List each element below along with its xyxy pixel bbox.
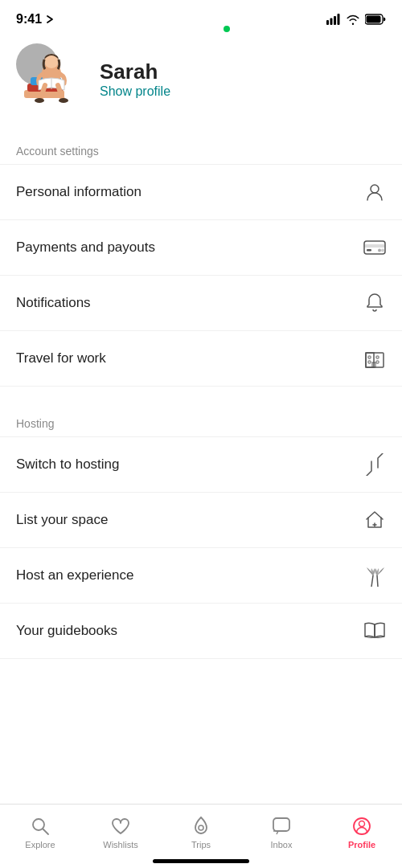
battery-icon	[365, 14, 386, 25]
person-icon	[363, 181, 386, 203]
explore-label: Explore	[25, 840, 55, 850]
house-add-icon	[363, 509, 386, 531]
svg-rect-17	[367, 249, 371, 252]
hosting-list: Switch to hosting List your space	[0, 436, 402, 659]
section-gap	[0, 387, 402, 403]
svg-point-34	[199, 825, 203, 830]
svg-point-18	[378, 249, 381, 252]
bell-icon	[363, 292, 386, 314]
payments-item[interactable]: Payments and payouts	[0, 220, 402, 276]
svg-rect-3	[338, 14, 340, 25]
notification-dot	[224, 26, 230, 32]
profile-header: Sarah Show profile	[0, 35, 402, 130]
home-indicator	[153, 859, 249, 863]
notifications-item[interactable]: Notifications	[0, 276, 402, 331]
list-your-space-item[interactable]: List your space	[0, 493, 402, 548]
account-settings-list: Personal information Payments and payout…	[0, 164, 402, 387]
palm-icon	[363, 564, 386, 587]
profile-illustration	[16, 43, 87, 114]
wifi-icon	[346, 14, 360, 25]
travel-for-work-label: Travel for work	[16, 350, 106, 366]
nav-wishlists[interactable]: Wishlists	[80, 816, 161, 850]
status-time: 9:41	[16, 12, 54, 27]
payments-icon	[363, 236, 386, 259]
svg-rect-0	[326, 20, 329, 25]
main-content: Sarah Show profile Account settings Pers…	[0, 35, 402, 731]
nav-inbox[interactable]: Inbox	[241, 816, 322, 850]
svg-point-13	[59, 98, 68, 103]
svg-rect-35	[273, 818, 289, 831]
account-settings-header: Account settings	[0, 138, 402, 164]
svg-rect-1	[330, 18, 333, 26]
svg-rect-5	[367, 16, 381, 23]
svg-line-30	[377, 575, 378, 587]
switch-icon	[363, 453, 386, 476]
show-profile-link[interactable]: Show profile	[100, 84, 170, 99]
svg-point-14	[371, 185, 379, 193]
svg-rect-23	[368, 361, 371, 363]
nav-profile[interactable]: Profile	[322, 816, 402, 850]
svg-rect-2	[334, 16, 336, 25]
book-icon	[363, 620, 386, 642]
heart-icon	[110, 816, 131, 837]
svg-rect-20	[366, 353, 384, 367]
svg-rect-24	[376, 356, 379, 358]
trips-label: Trips	[191, 840, 211, 850]
notifications-label: Notifications	[16, 295, 91, 311]
status-icons	[326, 14, 386, 25]
payments-label: Payments and payouts	[16, 240, 155, 256]
host-experience-label: Host an experience	[16, 567, 133, 583]
airbnb-icon	[191, 816, 211, 837]
list-your-space-label: List your space	[16, 512, 108, 528]
host-experience-item[interactable]: Host an experience	[0, 548, 402, 604]
personal-information-label: Personal information	[16, 184, 142, 200]
wishlists-label: Wishlists	[103, 840, 137, 850]
svg-rect-25	[376, 361, 379, 363]
chat-icon	[271, 816, 292, 837]
svg-point-37	[359, 821, 365, 826]
guidebooks-item[interactable]: Your guidebooks	[0, 604, 402, 659]
svg-rect-22	[368, 356, 371, 358]
svg-rect-16	[364, 244, 385, 248]
svg-line-33	[43, 829, 49, 834]
profile-name: Sarah	[100, 59, 170, 84]
nav-explore[interactable]: Explore	[0, 816, 80, 850]
hosting-header: Hosting	[0, 411, 402, 436]
travel-for-work-item[interactable]: Travel for work	[0, 331, 402, 387]
svg-point-12	[35, 98, 44, 103]
bottom-nav: Explore Wishlists Trips Inbox	[0, 804, 402, 868]
nav-trips[interactable]: Trips	[161, 816, 241, 850]
profile-label: Profile	[348, 840, 375, 850]
switch-to-hosting-label: Switch to hosting	[16, 457, 120, 473]
personal-information-item[interactable]: Personal information	[0, 164, 402, 220]
profile-circle-icon	[351, 816, 372, 837]
switch-to-hosting-item[interactable]: Switch to hosting	[0, 436, 402, 493]
inbox-label: Inbox	[271, 840, 293, 850]
status-bar: 9:41	[0, 0, 402, 35]
guidebooks-label: Your guidebooks	[16, 623, 117, 639]
search-icon	[30, 816, 51, 837]
building-icon	[363, 347, 386, 370]
profile-info: Sarah Show profile	[100, 59, 170, 99]
svg-point-19	[381, 249, 384, 252]
svg-line-29	[371, 575, 373, 587]
signal-icon	[326, 14, 341, 25]
